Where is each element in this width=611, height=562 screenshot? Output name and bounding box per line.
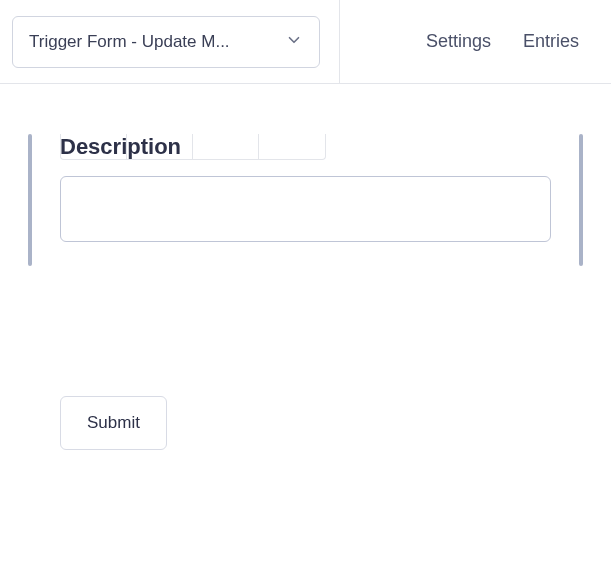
form-area: Description bbox=[0, 134, 611, 246]
left-accent-bar bbox=[28, 134, 32, 266]
description-field-group: Description bbox=[60, 134, 551, 246]
content-area: Description Submit bbox=[0, 134, 611, 450]
submit-area: Submit bbox=[60, 396, 611, 450]
nav-settings[interactable]: Settings bbox=[426, 31, 491, 52]
chevron-down-icon bbox=[285, 31, 303, 53]
nav-entries[interactable]: Entries bbox=[523, 31, 579, 52]
description-label: Description bbox=[60, 134, 551, 160]
submit-button[interactable]: Submit bbox=[60, 396, 167, 450]
header-bar: Trigger Form - Update M... Settings Entr… bbox=[0, 0, 611, 84]
description-input[interactable] bbox=[60, 176, 551, 242]
right-accent-bar bbox=[579, 134, 583, 266]
dropdown-label: Trigger Form - Update M... bbox=[29, 32, 230, 52]
dropdown-container: Trigger Form - Update M... bbox=[0, 0, 340, 84]
form-selector-dropdown[interactable]: Trigger Form - Update M... bbox=[12, 16, 320, 68]
header-nav: Settings Entries bbox=[426, 31, 611, 52]
